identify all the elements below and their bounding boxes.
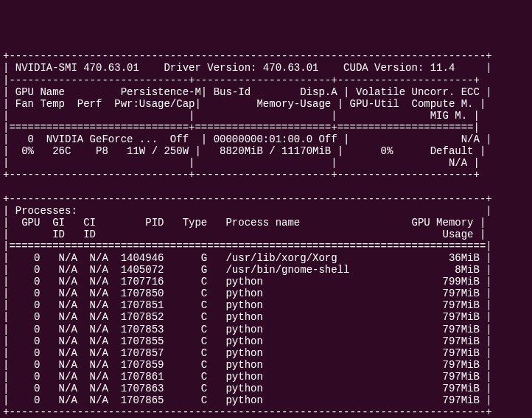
- terminal-line: | NVIDIA-SMI 470.63.01 Driver Version: 4…: [3, 62, 529, 74]
- terminal-line: | 0 NVIDIA GeForce ... Off | 00000000:01…: [3, 133, 529, 145]
- terminal-line: | 0 N/A N/A 1707861 C python 797MiB |: [3, 371, 529, 383]
- terminal-line: +---------------------------------------…: [3, 406, 529, 418]
- terminal-line: | 0 N/A N/A 1707853 C python 797MiB |: [3, 324, 529, 335]
- terminal-line: | 0 N/A N/A 1707865 C python 797MiB |: [3, 394, 529, 406]
- terminal-line: | Fan Temp Perf Pwr:Usage/Cap| Memory-Us…: [3, 98, 529, 110]
- terminal-line: | ID ID Usage |: [3, 229, 529, 240]
- terminal-line: | GPU GI CI PID Type Process name GPU Me…: [3, 217, 529, 229]
- terminal-line: |-----------------------------+---------…: [3, 74, 529, 86]
- terminal-line: | 0 N/A N/A 1707716 C python 799MiB |: [3, 276, 529, 288]
- terminal-line: | 0 N/A N/A 1707859 C python 797MiB |: [3, 359, 529, 371]
- nvidia-smi-output: +---------------------------------------…: [3, 50, 529, 418]
- terminal-line: | 0 N/A N/A 1707852 C python 797MiB |: [3, 311, 529, 323]
- terminal-line: |=======================================…: [3, 240, 529, 252]
- terminal-line: | 0 N/A N/A 1707857 C python 797MiB |: [3, 347, 529, 359]
- terminal-line: | Processes: |: [3, 205, 529, 217]
- terminal-line: | 0 N/A N/A 1404946 G /usr/lib/xorg/Xorg…: [3, 252, 529, 264]
- terminal-line: [3, 181, 529, 192]
- terminal-line: | 0 N/A N/A 1707850 C python 797MiB |: [3, 288, 529, 299]
- terminal-line: +---------------------------------------…: [3, 193, 529, 205]
- terminal-line: +-----------------------------+---------…: [3, 169, 529, 181]
- terminal-line: | 0 N/A N/A 1707851 C python 797MiB |: [3, 299, 529, 311]
- terminal-line: |=============================+=========…: [3, 122, 529, 133]
- terminal-line: | 0 N/A N/A 1707863 C python 797MiB |: [3, 383, 529, 394]
- terminal-line: | | | N/A |: [3, 157, 529, 169]
- terminal-line: +---------------------------------------…: [3, 50, 529, 62]
- terminal-line: | 0 N/A N/A 1707855 C python 797MiB |: [3, 335, 529, 347]
- terminal-line: | GPU Name Persistence-M| Bus-Id Disp.A …: [3, 86, 529, 98]
- terminal-line: | 0 N/A N/A 1405072 G /usr/bin/gnome-she…: [3, 264, 529, 276]
- terminal-line: | 0% 26C P8 11W / 250W | 8820MiB / 11170…: [3, 145, 529, 157]
- terminal-line: | | | MIG M. |: [3, 110, 529, 122]
